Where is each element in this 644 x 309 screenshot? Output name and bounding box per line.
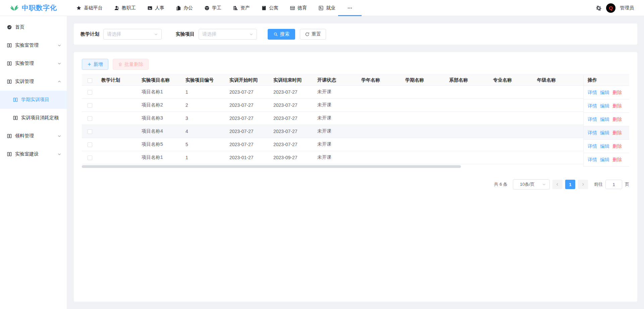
detail-link[interactable]: 详情 xyxy=(588,103,597,109)
cell-year xyxy=(358,138,402,151)
batch-delete-button[interactable]: 批量删除 xyxy=(113,59,149,70)
detail-link[interactable]: 详情 xyxy=(588,157,597,163)
cell-term xyxy=(402,112,446,125)
column-header[interactable]: 开课状态 xyxy=(314,75,358,86)
tree-icon xyxy=(233,5,238,11)
column-header[interactable]: 年级名称 xyxy=(534,75,578,86)
nav-item[interactable]: 基础平台 xyxy=(76,0,103,16)
total-count: 共 6 条 xyxy=(494,181,507,187)
nav-item[interactable]: 人事 xyxy=(147,0,164,16)
column-header[interactable]: 实训结束时间 xyxy=(270,75,314,86)
grid-icon xyxy=(290,5,295,11)
detail-link[interactable]: 详情 xyxy=(588,130,597,136)
detail-link[interactable]: 详情 xyxy=(588,117,597,123)
sidebar-item[interactable]: 实训管理 xyxy=(0,73,67,91)
table-card: 新增 批量删除 教学计划实验项目名称实验项目编号实训开始时间实训结束时间开课状态… xyxy=(74,52,637,302)
column-header[interactable]: 实验项目名称 xyxy=(138,75,182,86)
edit-link[interactable]: 编辑 xyxy=(600,130,609,136)
plus-icon xyxy=(87,62,92,67)
delete-link[interactable]: 删除 xyxy=(612,157,622,163)
book-icon xyxy=(13,97,18,102)
delete-link[interactable]: 删除 xyxy=(612,117,622,123)
column-header[interactable]: 专业名称 xyxy=(490,75,534,86)
gear-icon[interactable] xyxy=(596,5,602,11)
edit-link[interactable]: 编辑 xyxy=(600,90,609,96)
row-checkbox[interactable] xyxy=(88,156,92,160)
nav-item[interactable]: 资产 xyxy=(233,0,250,16)
sidebar-item[interactable]: 领料管理 xyxy=(0,127,67,145)
row-checkbox[interactable] xyxy=(88,103,92,108)
avatar[interactable]: Q xyxy=(606,3,615,13)
horizontal-scrollbar[interactable] xyxy=(82,165,629,168)
column-header[interactable]: 实训开始时间 xyxy=(226,75,270,86)
nav-item[interactable]: 办公 xyxy=(176,0,193,16)
delete-link[interactable]: 删除 xyxy=(612,143,622,149)
nav-item[interactable]: 就业 xyxy=(318,0,335,16)
page-1-button[interactable]: 1 xyxy=(565,180,575,189)
delete-link[interactable]: 删除 xyxy=(612,103,622,109)
cell-dept xyxy=(446,151,490,164)
row-checkbox[interactable] xyxy=(88,129,92,134)
cell-end: 2023-07-27 xyxy=(270,99,314,112)
detail-link[interactable]: 详情 xyxy=(588,90,597,96)
delete-link[interactable]: 删除 xyxy=(612,130,622,136)
row-checkbox[interactable] xyxy=(88,142,92,147)
next-page-button[interactable] xyxy=(578,180,588,189)
nav-item-more[interactable] xyxy=(347,0,353,16)
plant-logo-icon xyxy=(10,4,19,12)
cell-status: 未开课 xyxy=(314,99,358,112)
search-button-label: 搜索 xyxy=(280,31,289,37)
cell-year xyxy=(358,99,402,112)
sidebar-subitem[interactable]: 实训项目消耗定额 xyxy=(0,109,67,127)
add-button[interactable]: 新增 xyxy=(82,59,108,70)
goto-page-input[interactable] xyxy=(605,180,622,189)
column-header[interactable]: 教学计划 xyxy=(98,75,138,86)
nav-item[interactable]: 教职工 xyxy=(114,0,136,16)
brand[interactable]: 中职数字化 xyxy=(0,3,67,12)
sidebar-item[interactable]: 首页 xyxy=(0,18,67,36)
cell-end: 2023-07-27 xyxy=(270,138,314,151)
column-header[interactable]: 实验项目编号 xyxy=(182,75,226,86)
cell-code: 3 xyxy=(182,112,226,125)
edit-link[interactable]: 编辑 xyxy=(600,157,609,163)
page-size-select[interactable]: 10条/页 xyxy=(513,179,550,189)
row-checkbox[interactable] xyxy=(88,116,92,121)
cell-status: 未开课 xyxy=(314,112,358,125)
delete-link[interactable]: 删除 xyxy=(612,90,622,96)
nav-item[interactable]: 学工 xyxy=(204,0,221,16)
cell-name: 项目名称1 xyxy=(138,86,182,99)
edit-link[interactable]: 编辑 xyxy=(600,103,609,109)
search-button[interactable]: 搜索 xyxy=(268,29,295,40)
nav-item[interactable]: 德育 xyxy=(290,0,307,16)
face-icon xyxy=(204,5,210,11)
cell-plan xyxy=(98,112,138,125)
column-header[interactable]: 学年名称 xyxy=(358,75,402,86)
plan-select[interactable]: 请选择 xyxy=(103,29,162,40)
cell-start: 2023-07-27 xyxy=(226,112,270,125)
nav-item[interactable]: 公寓 xyxy=(261,0,278,16)
cell-status: 未开课 xyxy=(314,86,358,99)
sidebar-item[interactable]: 实验室建设 xyxy=(0,145,67,163)
user-name[interactable]: 管理员 xyxy=(620,5,634,11)
project-select[interactable]: 请选择 xyxy=(199,29,257,40)
scrollbar-thumb[interactable] xyxy=(82,165,461,168)
select-all-checkbox[interactable] xyxy=(88,78,92,83)
project-select-placeholder: 请选择 xyxy=(202,31,216,37)
cell-term xyxy=(402,99,446,112)
sidebar-subitem[interactable]: 学期实训项目 xyxy=(0,91,67,109)
image-icon xyxy=(147,5,153,11)
edit-link[interactable]: 编辑 xyxy=(600,143,609,149)
edit-link[interactable]: 编辑 xyxy=(600,117,609,123)
sidebar: 首页实验室管理实验管理实训管理学期实训项目实训项目消耗定额领料管理实验室建设 xyxy=(0,16,67,309)
detail-link[interactable]: 详情 xyxy=(588,143,597,149)
row-actions: 详情编辑删除 xyxy=(584,140,629,153)
row-checkbox[interactable] xyxy=(88,90,92,95)
sidebar-item[interactable]: 实验管理 xyxy=(0,54,67,73)
column-header[interactable]: 学期名称 xyxy=(402,75,446,86)
sidebar-item[interactable]: 实验室管理 xyxy=(0,36,67,54)
prev-page-button[interactable] xyxy=(552,180,562,189)
reset-button[interactable]: 重置 xyxy=(300,29,326,40)
row-actions: 详情编辑删除 xyxy=(584,99,629,113)
column-header[interactable]: 系部名称 xyxy=(446,75,490,86)
cell-code: 5 xyxy=(182,138,226,151)
